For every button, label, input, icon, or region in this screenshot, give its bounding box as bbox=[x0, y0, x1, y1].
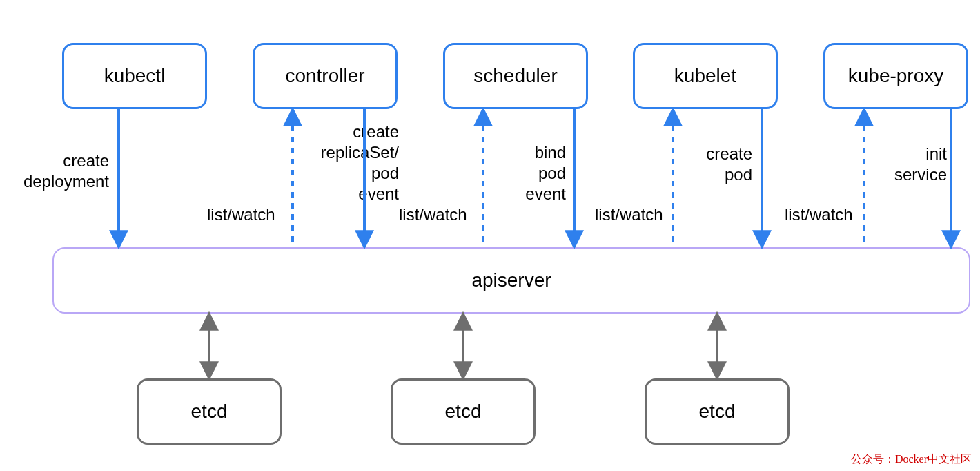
node-apiserver-label: apiserver bbox=[471, 269, 551, 291]
node-kubectl-label: kubectl bbox=[104, 65, 166, 87]
label-controller-down: create replicaSet/ pod event bbox=[302, 122, 399, 204]
node-etcd-1: etcd bbox=[137, 378, 282, 445]
label-scheduler-up: list/watch bbox=[399, 204, 482, 225]
diagram-canvas: kubectl controller scheduler kubelet kub… bbox=[0, 0, 980, 471]
node-apiserver: apiserver bbox=[52, 247, 970, 314]
node-scheduler: scheduler bbox=[443, 43, 588, 109]
node-etcd-2: etcd bbox=[391, 378, 536, 445]
node-kubectl: kubectl bbox=[62, 43, 207, 109]
node-controller: controller bbox=[253, 43, 398, 109]
node-kubeproxy-label: kube-proxy bbox=[848, 65, 944, 87]
label-kubelet-down: create pod bbox=[690, 144, 752, 185]
label-kubelet-up: list/watch bbox=[595, 204, 685, 225]
label-scheduler-down: bind pod event bbox=[511, 142, 566, 204]
label-kubeproxy-down: init service bbox=[885, 144, 947, 185]
node-etcd-1-label: etcd bbox=[191, 401, 228, 423]
node-etcd-3-label: etcd bbox=[699, 401, 736, 423]
node-scheduler-label: scheduler bbox=[473, 65, 557, 87]
label-kubectl-down: create deployment bbox=[6, 151, 109, 192]
node-kubelet: kubelet bbox=[633, 43, 778, 109]
node-controller-label: controller bbox=[285, 65, 364, 87]
node-etcd-2-label: etcd bbox=[445, 401, 482, 423]
label-kubeproxy-up: list/watch bbox=[785, 204, 874, 225]
watermark: 公众号：Docker中文社区 bbox=[851, 452, 972, 467]
node-kubelet-label: kubelet bbox=[674, 65, 736, 87]
node-etcd-3: etcd bbox=[645, 378, 790, 445]
node-kubeproxy: kube-proxy bbox=[823, 43, 968, 109]
label-controller-up: list/watch bbox=[207, 204, 290, 225]
